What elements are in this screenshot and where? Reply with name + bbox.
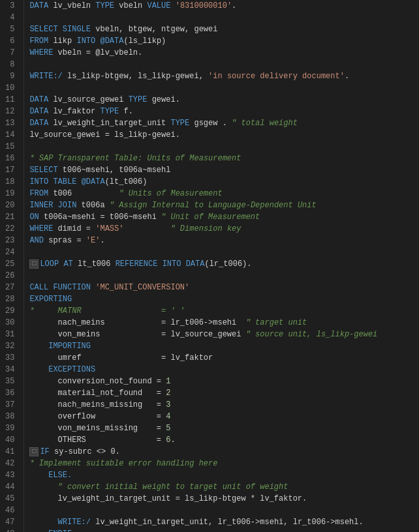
- code-line: AND spras = 'E'.: [24, 235, 419, 246]
- token-plain: t006a: [76, 200, 109, 211]
- line-number: 10: [5, 82, 18, 94]
- code-line: WHERE dimid = 'MASS' " Dimension key: [24, 223, 419, 235]
- code-line: □LOOP AT lt_t006 REFERENCE INTO DATA(lr_…: [24, 258, 419, 270]
- code-line: FROM likp INTO @DATA(ls_likp): [24, 35, 419, 47]
- code-line: [24, 246, 419, 258]
- line-number: 26: [5, 270, 18, 282]
- token-plain: lv_source_gewei = ls_likp-gewei.: [29, 129, 179, 141]
- token-comment: " Dimension key: [170, 223, 241, 235]
- code-line: lv_weight_in_target_unit = ls_likp-btgew…: [24, 493, 419, 505]
- line-number: 38: [5, 411, 18, 422]
- token-comment: * MATNR = ' ': [29, 305, 185, 317]
- token-comment: " Units of Measurement: [119, 188, 222, 200]
- collapse-icon[interactable]: □: [29, 447, 39, 456]
- token-kw: DATA: [29, 117, 48, 129]
- line-number: 6: [5, 35, 18, 47]
- line-number: 43: [5, 469, 18, 481]
- token-kw: SELECT: [29, 164, 57, 176]
- token-plain: ls_likp-btgew, ls_likp-gewei,: [63, 70, 208, 82]
- token-plain: t006: [48, 188, 119, 200]
- line-number: 15: [5, 141, 18, 153]
- token-kw: SELECT SINGLE: [29, 23, 91, 35]
- token-comment: " Assign Internal to Language-Dependent …: [110, 200, 317, 211]
- token-plain: von_meins = lv_source_gewei: [29, 329, 245, 340]
- token-plain: overflow =: [29, 411, 166, 422]
- code-line: overflow = 4: [24, 411, 419, 422]
- line-number: 41: [5, 446, 18, 458]
- line-number: 34: [5, 364, 18, 376]
- code-line: lv_source_gewei = ls_likp-gewei.: [24, 129, 419, 141]
- code-line: DATA lv_vbeln TYPE vbeln VALUE '83100000…: [24, 0, 419, 12]
- token-kw: WHERE: [29, 223, 53, 235]
- line-number: 4: [5, 12, 18, 23]
- line-number: 29: [5, 305, 18, 317]
- code-line: INNER JOIN t006a " Assign Internal to La…: [24, 200, 419, 211]
- token-plain: [76, 176, 81, 188]
- token-plain: lv_weight_in_target_unit, lr_t006->msehi…: [91, 516, 364, 528]
- line-number: 31: [5, 329, 18, 340]
- code-line: SELECT SINGLE vbeln, btgew, ntgew, gewei: [24, 23, 419, 35]
- token-plain: .: [100, 235, 104, 246]
- line-number: 20: [5, 200, 18, 211]
- code-line: von_meins_missing = 5: [24, 422, 419, 434]
- code-line: * SAP Transparent Table: Units of Measur…: [24, 153, 419, 164]
- token-kw: TYPE: [170, 117, 189, 129]
- token-plain: lv_weight_in_target_unit = ls_likp-btgew…: [29, 493, 307, 505]
- line-number: 14: [5, 129, 18, 141]
- token-kw: DATA: [29, 106, 48, 117]
- line-number: 28: [5, 293, 18, 305]
- token-kw: TYPE: [95, 0, 114, 12]
- code-line: [24, 12, 419, 23]
- code-line: WHERE vbeln = @lv_vbeln.: [24, 47, 419, 59]
- token-plain: conversion_not_found =: [29, 376, 166, 387]
- token-plain: lv_vbeln: [48, 0, 95, 12]
- line-number: 24: [5, 246, 18, 258]
- token-kw: TYPE: [100, 106, 119, 117]
- line-number: 13: [5, 117, 18, 129]
- token-plain: lv_weight_in_target_unit: [48, 117, 170, 129]
- code-line: ENDIF.: [24, 528, 419, 532]
- code-line: [24, 270, 419, 282]
- token-comment: " convert initial weight to target unit …: [29, 481, 288, 493]
- token-kw: DATA: [29, 0, 48, 12]
- code-line: [24, 82, 419, 94]
- line-number: 25: [5, 258, 18, 270]
- token-kw: AND: [29, 235, 44, 246]
- token-plain: (lr_t006).: [204, 258, 251, 270]
- code-line: OTHERS = 6.: [24, 434, 419, 446]
- code-line: [24, 141, 419, 153]
- code-line: " convert initial weight to target unit …: [24, 481, 419, 493]
- token-plain: .: [170, 434, 175, 446]
- code-line: DATA lv_weight_in_target_unit TYPE gsgew…: [24, 117, 419, 129]
- collapse-icon[interactable]: □: [29, 259, 39, 269]
- code-line: ON t006a~msehi = t006~msehi " Unit of Me…: [24, 211, 419, 223]
- token-comment: " target unit: [246, 317, 307, 329]
- token-number: 4: [166, 411, 170, 422]
- line-number: 27: [5, 282, 18, 293]
- line-number: 16: [5, 153, 18, 164]
- line-number: 39: [5, 422, 18, 434]
- token-kw: @DATA: [82, 176, 105, 188]
- token-number: 2: [166, 387, 170, 399]
- token-plain: nach_meins_missing =: [29, 399, 166, 411]
- token-plain: spras =: [44, 235, 86, 246]
- code-line: WRITE:/ lv_weight_in_target_unit, lr_t00…: [24, 516, 419, 528]
- line-number: 32: [5, 340, 18, 352]
- code-editor: 3456789101112131415161718192021222324252…: [0, 0, 419, 532]
- code-line: conversion_not_found = 1: [24, 376, 419, 387]
- token-plain: [91, 282, 95, 293]
- code-line: FROM t006 " Units of Measurement: [24, 188, 419, 200]
- code-content: DATA lv_vbeln TYPE vbeln VALUE '83100000…: [24, 0, 419, 532]
- line-number: 3: [5, 0, 18, 12]
- line-number: 21: [5, 211, 18, 223]
- token-plain: likp: [48, 35, 76, 47]
- token-kw: FROM: [29, 35, 48, 47]
- token-kw: @DATA: [100, 35, 123, 47]
- token-kw: VALUE: [147, 0, 170, 12]
- token-plain: t006a~msehi = t006~msehi: [39, 211, 161, 223]
- line-number: 18: [5, 176, 18, 188]
- line-number: 19: [5, 188, 18, 200]
- line-number: 33: [5, 352, 18, 364]
- token-string: 'MC_UNIT_CONVERSION': [95, 282, 189, 293]
- token-comment: " source unit, ls_likp-gewei: [246, 329, 378, 340]
